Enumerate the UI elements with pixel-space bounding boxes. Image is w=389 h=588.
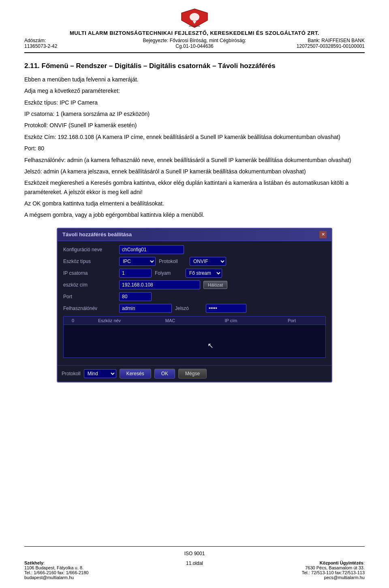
- port-row: Port: [63, 292, 326, 301]
- iso-label: ISO 9001: [24, 551, 365, 556]
- svg-text:MULTI ALARM: MULTI ALARM: [189, 25, 200, 27]
- table-col-port: Port: [261, 318, 322, 323]
- footer-protokoll-select[interactable]: Mind: [84, 369, 116, 378]
- params-intro: Adja meg a következő paramétereket:: [24, 86, 365, 95]
- dialog-footer: Protokoll Mind Keresés OK Mégse: [58, 365, 331, 382]
- eszkoz-cim-label: eszköz cím: [63, 282, 116, 288]
- felhasz-label: Felhasználónév: [63, 306, 116, 311]
- search-text: Eszközeit megkeresheti a Keresés gombra …: [24, 178, 365, 197]
- table-col-mac: MAC: [140, 318, 201, 323]
- jelszo-group: Jelszó: [175, 304, 326, 313]
- footer-right-line1: 7630 Pécs, Basamalom út 33.: [305, 565, 365, 570]
- cancel-text: A mégsem gombra, vagy a jobb egérgombbal…: [24, 210, 365, 219]
- konfig-row: Konfiguráció neve: [63, 245, 326, 254]
- cursor-icon: ↖: [207, 341, 214, 350]
- svg-point-1: [190, 13, 199, 21]
- tax-label: Adószám:: [24, 38, 46, 43]
- company-logo: MULTI ALARM: [178, 8, 211, 28]
- footer-right: Központi Ügyintézés: 7630 Pécs, Basamalo…: [229, 560, 365, 580]
- felhasz-jelszo-row: Felhasználónév Jelszó: [63, 304, 326, 313]
- dialog-titlebar: Távoli hozzáférés beállítása ✕: [58, 229, 331, 241]
- eszkoz-cim-input[interactable]: [119, 280, 200, 289]
- port-input[interactable]: [119, 292, 152, 301]
- felhasz-input[interactable]: [119, 304, 172, 313]
- footer-right-title: Központi Ügyintézés: [320, 560, 363, 565]
- ok-button[interactable]: OK: [154, 369, 175, 378]
- eszkoz-select[interactable]: IPC: [119, 257, 156, 266]
- footer-right-line2: Tel.: 72/513-110 fax:72/513-113: [302, 570, 365, 575]
- footer-left: Székhely: 1106 Budapest, Fátyolka u. 8. …: [24, 560, 160, 580]
- logo-area: MULTI ALARM: [178, 8, 211, 28]
- tax-info: Adószám: 11365073-2-42: [24, 38, 138, 49]
- param-felhasz: Felhasználónév: admin (a kamera felhaszn…: [24, 156, 365, 165]
- footer-bottom: Székhely: 1106 Budapest, Fátyolka u. 8. …: [24, 560, 365, 580]
- table-header: 0 Eszköz név MAC IP cím Port: [64, 316, 325, 325]
- dialog-screenshot: Távoli hozzáférés beállítása ✕ Konfigurá…: [57, 228, 332, 383]
- protokoll-group: Protokoll ONVIF: [159, 257, 326, 266]
- param-protokoll: Protokoll: ONVIF (Sunell IP kamerák eset…: [24, 121, 365, 130]
- page-header: MULTI ALARM MULTI ALARM BIZTONSÁGTECHNIK…: [24, 8, 365, 53]
- footer-page-num: 11.oldal: [160, 560, 229, 580]
- footer-right-line3: pecs@multialarm.hu: [324, 575, 365, 580]
- page: MULTI ALARM MULTI ALARM BIZTONSÁGTECHNIK…: [0, 0, 389, 588]
- eszkoz-cim-row: eszköz cím Hálózat: [63, 280, 326, 289]
- reg-label: Bejegyezte: Fővárosi Bíróság, mint Cégbí…: [143, 38, 246, 43]
- folyam-group: Folyam Fő stream: [155, 269, 326, 278]
- konfig-input[interactable]: [119, 245, 184, 254]
- jelszo-label: Jelszó: [175, 306, 203, 311]
- close-icon: ✕: [321, 232, 325, 237]
- halozat-button[interactable]: Hálózat: [203, 281, 227, 289]
- section-title: 2.11. Főmenü – Rendszer – Digitális – Di…: [24, 61, 365, 71]
- ok-text: Az OK gombra kattintva tudja elmenteni a…: [24, 199, 365, 208]
- main-content: 2.11. Főmenü – Rendszer – Digitális – Di…: [24, 56, 365, 546]
- footer-left-line2: Tel.: 1/666-2160 fax: 1/666-2180: [24, 570, 88, 575]
- param-jelszo: Jelszó: admin (A kamera jelszava, ennek …: [24, 167, 365, 176]
- param-eszkoz-cim: Eszköz Cím: 192.168.0.108 (A Kamera IP c…: [24, 133, 365, 141]
- konfig-label: Konfiguráció neve: [63, 247, 116, 252]
- param-port: Port: 80: [24, 144, 365, 153]
- footer-left-line1: 1106 Budapest, Fátyolka u. 8.: [24, 565, 83, 570]
- param-ip-csatorna: IP csatorna: 1 (kamera sorszáma az IP es…: [24, 109, 365, 118]
- port-label: Port: [63, 294, 116, 299]
- param-eszkoz: Eszköz típus: IPC IP Camera: [24, 98, 365, 107]
- table-col-name: Eszköz név: [79, 318, 140, 323]
- intro-text: Ebben a menüben tudja felvenni a kameráj…: [24, 75, 365, 84]
- table-body: ↖: [64, 325, 325, 357]
- eszkoz-protokoll-row: Eszköz típus IPC Protokoll ONVIF: [63, 257, 326, 266]
- cancel-button[interactable]: Mégse: [178, 369, 207, 378]
- footer-left-title: Székhely: [24, 560, 43, 565]
- company-name: MULTI ALARM BIZTONSÁGTECHNIKAI FEJLESZTŐ…: [70, 30, 319, 36]
- page-footer: ISO 9001 Székhely: 1106 Budapest, Fátyol…: [24, 546, 365, 580]
- dialog-body: Konfiguráció neve Eszköz típus IPC Proto…: [58, 241, 331, 365]
- header-info: Adószám: 11365073-2-42 Bejegyezte: Fővár…: [24, 38, 365, 49]
- search-button[interactable]: Keresés: [120, 369, 151, 378]
- footer-left-line3: budapest@multialarm.hu: [24, 575, 74, 580]
- protokoll-label: Protokoll: [159, 259, 187, 264]
- dialog-title: Távoli hozzáférés beállítása: [62, 231, 132, 237]
- footer-protokoll-label: Protokoll: [62, 371, 81, 376]
- ip-csatorna-input[interactable]: [119, 269, 152, 278]
- jelszo-input[interactable]: [206, 304, 246, 313]
- svg-point-3: [194, 22, 195, 24]
- ip-csatorna-label: IP csatorna: [63, 270, 116, 276]
- dialog-close-button[interactable]: ✕: [319, 231, 327, 238]
- bank-info: Bank: RAIFFEISEN BANK 12072507-00328591-…: [251, 38, 365, 49]
- ip-folyam-row: IP csatorna Folyam Fő stream: [63, 269, 326, 278]
- table-col-ip: IP cím: [201, 318, 261, 323]
- folyam-label: Folyam: [155, 270, 183, 276]
- bank-value: 12072507-00328591-00100001: [297, 43, 365, 49]
- eszkoz-label: Eszköz típus: [63, 259, 116, 264]
- protokoll-select[interactable]: ONVIF: [190, 257, 226, 266]
- reg-value: Cg.01-10-044636: [175, 43, 213, 49]
- device-table: 0 Eszköz név MAC IP cím Port ↖: [63, 316, 326, 358]
- table-col-num: 0: [67, 318, 79, 323]
- reg-info: Bejegyezte: Fővárosi Bíróság, mint Cégbí…: [138, 38, 251, 49]
- bank-label: Bank: RAIFFEISEN BANK: [308, 38, 365, 43]
- tax-value: 11365073-2-42: [24, 43, 57, 49]
- folyam-select[interactable]: Fő stream: [186, 269, 222, 278]
